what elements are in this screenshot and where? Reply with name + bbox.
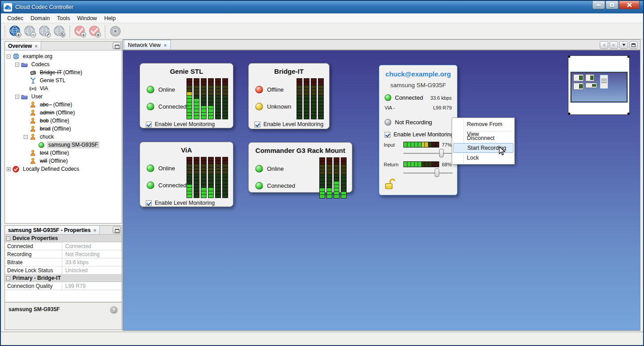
minimap-card (573, 74, 584, 81)
menu-item-disconnect[interactable]: Disconnect (453, 133, 513, 143)
tree-item-admin[interactable]: admin (Offline) (5, 109, 122, 117)
enable-level-monitoring[interactable]: Enable Level Monitoring (140, 119, 233, 132)
tree-item-abc[interactable]: abc - (Offline) (5, 101, 122, 109)
tree-item-locally-defined-codecs[interactable]: +Locally Defined Codecs (5, 165, 122, 173)
green-sphere-icon (38, 142, 45, 148)
tree-item-codecs[interactable]: -Codecs (5, 60, 122, 68)
card-title: ViA (140, 142, 233, 155)
tree-item-via[interactable]: ViA (5, 84, 122, 93)
slider-thumb[interactable] (439, 149, 444, 157)
minimap-viewport[interactable] (571, 72, 627, 102)
tab-network-view[interactable]: Network View × (124, 40, 171, 50)
tab-properties[interactable]: samsung SM-G935F - Properties × (5, 226, 100, 234)
remove-codec-button[interactable]: × (88, 24, 102, 38)
codec-card-bridge-it[interactable]: Bridge-ITOfflineUnknownEnable Level Moni… (248, 63, 330, 129)
maximize-view-button[interactable] (629, 41, 638, 49)
property-section-header[interactable]: -Primary - Bridge-IT (5, 274, 122, 282)
menu-help[interactable]: Help (101, 14, 119, 22)
minimize-button[interactable] (592, 1, 605, 9)
level-meter-bar (208, 157, 214, 198)
menu-item-remove-from-view[interactable]: Remove From View (453, 119, 513, 129)
view-codec-button[interactable] (108, 24, 122, 38)
menu-codec[interactable]: Codec (4, 14, 27, 22)
tree-item-label: Genie STL (38, 77, 67, 84)
tree-item-label: Codecs (30, 61, 51, 68)
level-meters (319, 156, 347, 198)
svg-text:−: − (31, 32, 35, 37)
user-card-chuck[interactable]: chuck@example.org samsung SM-G935F Conne… (379, 65, 458, 195)
enable-level-monitoring-label: Enable Level Monitoring (394, 131, 453, 138)
codec-card-commander-g3[interactable]: Commander G3 Rack MountOnlineConnected (248, 142, 352, 193)
tree-expander-icon[interactable]: + (7, 167, 11, 171)
remove-domain-button[interactable]: − (23, 24, 37, 38)
scroll-tabs-left-button[interactable] (600, 41, 608, 49)
level-meter-bar (186, 78, 192, 119)
add-codec-button[interactable]: + (73, 24, 87, 38)
close-tab-icon[interactable]: × (164, 42, 166, 48)
maximize-button[interactable] (606, 1, 619, 9)
tab-network-view-label: Network View (128, 42, 161, 48)
close-button[interactable] (619, 1, 640, 9)
enable-level-monitoring-checkbox[interactable] (146, 122, 152, 127)
menu-domain[interactable]: Domain (27, 14, 53, 22)
close-tab-icon[interactable]: × (34, 43, 37, 49)
tree-item-test[interactable]: test (Offline) (5, 149, 122, 157)
property-label: Connected (5, 242, 62, 250)
tree-item-will[interactable]: will (Offline) (5, 157, 122, 165)
menu-tools[interactable]: Tools (53, 14, 73, 22)
add-domain-button[interactable]: + (8, 24, 22, 38)
reconnect-domain-button[interactable]: ↻ (52, 24, 66, 38)
tree-expander-icon[interactable]: - (15, 95, 19, 99)
network-view-panel: Network View × Genie STLOnlineConnectedE… (123, 39, 640, 331)
level-meter-bar (208, 78, 214, 119)
svg-text:+: + (17, 32, 20, 37)
tree-item-samsung-sm-g935f[interactable]: samsung SM-G935F (5, 141, 122, 149)
enable-level-monitoring-checkbox[interactable] (385, 132, 390, 138)
property-value: Not Recording (62, 250, 122, 258)
enable-level-monitoring[interactable]: Enable Level Monitoring (249, 119, 329, 132)
tree-item-user[interactable]: -User (5, 93, 122, 101)
bitrate-value: 33.6 kbps (430, 95, 452, 101)
tree-item-bob[interactable]: bob (Offline) (5, 117, 122, 125)
tab-overview[interactable]: Overview × (5, 42, 41, 50)
network-canvas[interactable]: Genie STLOnlineConnectedEnable Level Mon… (123, 51, 640, 330)
slider-thumb[interactable] (435, 169, 439, 177)
minimize-panel-button[interactable] (113, 227, 121, 233)
tree-item-label: samsung SM-G935F (47, 141, 99, 148)
person-icon (30, 110, 36, 116)
enable-level-monitoring-checkbox[interactable] (254, 122, 260, 127)
properties-footer: samsung SM-G935F ? (5, 302, 122, 329)
scroll-tabs-right-button[interactable] (610, 41, 618, 49)
return-gain-slider[interactable] (403, 169, 453, 177)
codec-card-via[interactable]: ViAOnlineConnectedEnable Level Monitorin… (140, 142, 233, 207)
collapse-icon[interactable]: - (6, 276, 10, 280)
tree-item-chuck[interactable]: -chuck (5, 133, 122, 141)
status-bar (1, 332, 643, 345)
edit-domain-button[interactable] (38, 24, 51, 38)
close-tab-icon[interactable]: × (93, 228, 96, 233)
enable-level-monitoring-checkbox[interactable] (146, 200, 152, 206)
property-section-header[interactable]: -Device Properties (5, 235, 122, 242)
connected-led (385, 94, 391, 101)
globe-icon (13, 53, 19, 59)
tree-item-example-org[interactable]: -example.org (5, 52, 122, 60)
tree-expander-icon[interactable]: - (24, 135, 28, 139)
level-meter-bar (297, 78, 302, 119)
tree-expander-icon[interactable]: - (7, 55, 11, 59)
tab-list-button[interactable] (619, 41, 628, 49)
input-label: Input (384, 142, 403, 148)
enable-level-monitoring[interactable]: Enable Level Monitoring (140, 198, 233, 211)
level-meter-bar (222, 157, 228, 198)
tree-item-bridge-it[interactable]: Bridge-IT (Offline) (5, 68, 122, 76)
minimize-panel-button[interactable] (113, 42, 121, 49)
menu-window[interactable]: Window (73, 14, 100, 22)
tree-item-genie-stl[interactable]: Genie STL (5, 76, 122, 84)
collapse-icon[interactable]: - (6, 236, 10, 241)
minimap-panel[interactable] (568, 55, 630, 115)
tree-expander-icon[interactable]: - (15, 63, 19, 67)
tree-item-brad[interactable]: brad (Offline) (5, 125, 122, 133)
checkbox-label: Enable Level Monitoring (155, 121, 215, 127)
help-icon[interactable]: ? (110, 306, 118, 314)
input-gain-slider[interactable] (403, 149, 453, 157)
codec-card-genie-stl[interactable]: Genie STLOnlineConnectedEnable Level Mon… (140, 63, 233, 128)
